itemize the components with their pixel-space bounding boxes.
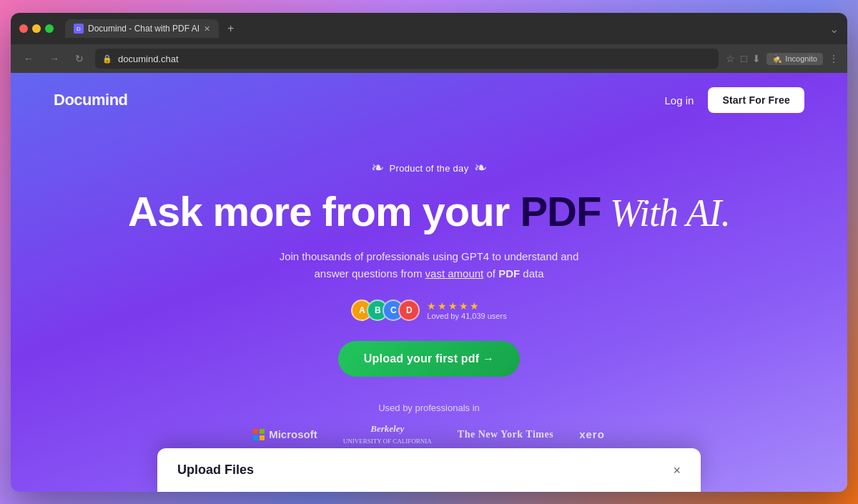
rating-text: Loved by 41,039 users (427, 312, 506, 320)
tab-area: D Documind - Chat with PDF AI ✕ + (65, 19, 824, 38)
site-logo[interactable]: Documind (54, 91, 128, 109)
download-icon[interactable]: ⬇ (752, 53, 761, 65)
login-button[interactable]: Log in (665, 94, 694, 107)
maximize-window-button[interactable] (45, 24, 54, 33)
url-text: documind.chat (118, 54, 179, 64)
minimize-window-button[interactable] (32, 24, 41, 33)
traffic-lights (19, 24, 54, 33)
browser-frame: D Documind - Chat with PDF AI ✕ + ⌄ ← → … (11, 13, 847, 492)
berkeley-text: BerkeleyUNIVERSITY OF CALIFORNIA (343, 423, 432, 446)
close-window-button[interactable] (19, 24, 28, 33)
social-proof: A B C D ★★★★★ Loved by 41,039 users (351, 300, 506, 321)
toolbar-actions: ☆ □ ⬇ 🕵 Incognito ⋮ (726, 53, 839, 65)
xero-logo: xero (579, 428, 605, 440)
upload-modal: Upload Files × (157, 448, 701, 492)
more-options-icon[interactable]: ⋮ (829, 53, 839, 65)
incognito-icon: 🕵 (772, 54, 782, 64)
nav-actions: Log in Start For Free (665, 87, 804, 113)
hero-title-part1: Ask more from your (128, 188, 520, 234)
active-tab[interactable]: D Documind - Chat with PDF AI ✕ (65, 19, 219, 38)
upload-pdf-button[interactable]: Upload your first pdf → (338, 341, 520, 377)
hero-title: Ask more from your PDF With AI. (128, 189, 730, 234)
modal-close-button[interactable]: × (673, 464, 681, 477)
company-logos: Microsoft BerkeleyUNIVERSITY OF CALIFORN… (253, 423, 605, 446)
hero-title-with-ai: With AI. (601, 192, 730, 234)
forward-button[interactable]: → (45, 50, 64, 67)
new-tab-button[interactable]: + (222, 19, 240, 38)
avatar-4: D (398, 300, 420, 321)
lock-icon: 🔒 (102, 54, 112, 64)
back-button[interactable]: ← (19, 50, 38, 67)
microsoft-name: Microsoft (269, 428, 317, 440)
microsoft-icon (253, 429, 265, 440)
bookmark-icon[interactable]: ☆ (726, 53, 735, 65)
rating-section: ★★★★★ Loved by 41,039 users (427, 300, 506, 320)
tab-favicon-icon: D (74, 24, 84, 34)
hero-section: ❧ Product of the day ❧ Ask more from you… (11, 113, 847, 492)
used-by-label: Used by professionals in (378, 402, 480, 413)
user-avatars: A B C D (351, 300, 420, 321)
berkeley-logo: BerkeleyUNIVERSITY OF CALIFORNIA (343, 423, 432, 446)
product-badge: ❧ Product of the day ❧ (371, 159, 488, 177)
badge-text: Product of the day (390, 163, 469, 174)
screenshot-icon[interactable]: □ (741, 53, 746, 65)
incognito-badge: 🕵 Incognito (766, 53, 823, 65)
nyt-logo: The New York Times (458, 429, 553, 440)
incognito-label: Incognito (785, 54, 817, 63)
website-content: Documind Log in Start For Free ❧ Product… (11, 73, 847, 492)
hero-title-pdf: PDF (520, 188, 601, 234)
browser-toolbar: ← → ↻ 🔒 documind.chat ☆ □ ⬇ 🕵 Incognito … (11, 44, 847, 73)
xero-text: xero (579, 428, 605, 440)
modal-title: Upload Files (177, 463, 254, 478)
tab-close-button[interactable]: ✕ (204, 24, 210, 34)
tab-title: Documind - Chat with PDF AI (88, 24, 199, 34)
nyt-text: The New York Times (458, 429, 553, 440)
used-by-section: Used by professionals in Microsoft Berke… (253, 402, 605, 446)
browser-titlebar: D Documind - Chat with PDF AI ✕ + ⌄ (11, 13, 847, 44)
address-bar[interactable]: 🔒 documind.chat (95, 49, 719, 69)
refresh-button[interactable]: ↻ (71, 50, 88, 67)
laurel-left-icon: ❧ (371, 159, 384, 177)
microsoft-logo: Microsoft (253, 428, 317, 440)
window-controls-chevron[interactable]: ⌄ (829, 22, 839, 36)
hero-subtitle: Join thousands of professionals using GP… (275, 248, 583, 282)
start-free-button[interactable]: Start For Free (708, 87, 804, 113)
upload-btn-label: Upload your first pdf → (364, 352, 494, 365)
laurel-right-icon: ❧ (474, 159, 487, 177)
star-rating: ★★★★★ (427, 300, 480, 312)
